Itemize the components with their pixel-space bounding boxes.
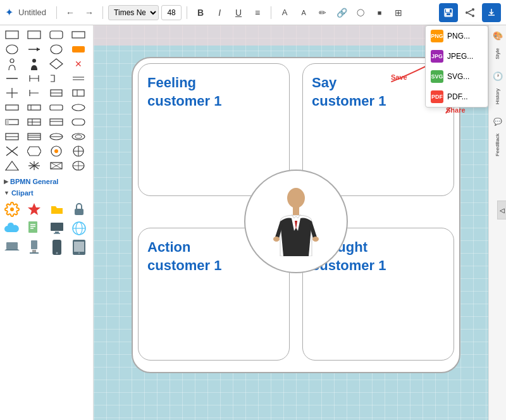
shape-x4[interactable] (69, 144, 88, 158)
shape-connector1[interactable] (25, 42, 44, 56)
export-pdf[interactable]: PDF PDF... (426, 87, 488, 107)
clipart-gear[interactable] (3, 201, 22, 218)
shape-x1[interactable] (3, 144, 22, 158)
shape-rect3[interactable] (47, 28, 66, 42)
export-svg[interactable]: SVG SVG... (426, 66, 488, 87)
shape-p3[interactable] (47, 159, 66, 173)
shape-r2[interactable] (25, 115, 44, 129)
shape-bracket[interactable] (25, 71, 44, 85)
shape-q2[interactable] (25, 130, 44, 144)
clipart-section[interactable]: ▼ Clipart (0, 187, 93, 198)
feedback-panel-btn[interactable]: 💬 (490, 113, 506, 130)
shape-cross2[interactable] (3, 86, 22, 100)
svg-rect-45 (28, 133, 40, 140)
shape-x3[interactable] (47, 144, 66, 158)
pencil-button[interactable]: ✏ (314, 4, 331, 21)
shape-s4[interactable] (69, 101, 88, 114)
style-label: Style (495, 48, 500, 59)
svg-point-51 (75, 135, 82, 139)
extra2-button[interactable]: ■ (371, 4, 388, 21)
shape-diamond[interactable] (47, 57, 66, 71)
shape-orange-rect[interactable] (69, 42, 88, 56)
italic-button[interactable]: I (211, 4, 228, 21)
svg-point-90 (78, 252, 80, 254)
shape-rect2[interactable] (25, 28, 44, 42)
link-button[interactable]: 🔗 (333, 4, 350, 21)
clipart-world[interactable] (70, 219, 89, 237)
clipart-monitor[interactable] (47, 219, 66, 237)
pdf-label: PDF... (447, 92, 468, 101)
bold-button[interactable]: B (192, 4, 209, 21)
shape-q3[interactable] (47, 130, 66, 144)
png-label: PNG... (447, 32, 470, 40)
shape-bracket5[interactable] (69, 86, 88, 100)
shape-p2[interactable] (25, 159, 44, 173)
svg-point-87 (56, 252, 58, 254)
save-button[interactable] (439, 3, 458, 22)
feeling-quadrant[interactable]: Feeling customer 1 (138, 63, 290, 196)
table-button[interactable]: ⊞ (390, 4, 407, 21)
clipart-folder[interactable] (47, 201, 66, 218)
shape-circle1[interactable] (3, 42, 22, 56)
shape-r3[interactable] (47, 115, 66, 129)
shape-line-h[interactable] (3, 71, 22, 85)
font-size-input[interactable] (161, 5, 182, 20)
export-png[interactable]: PNG PNG... (426, 26, 488, 46)
shape-person[interactable] (3, 57, 22, 71)
jpeg-icon: JPG (431, 50, 443, 63)
export-jpeg[interactable]: JPG JPEG... (426, 46, 488, 66)
shape-bracket2[interactable] (47, 71, 66, 85)
shape-s3[interactable] (47, 101, 66, 114)
shape-rect4[interactable] (69, 28, 88, 42)
shape-line-dbl[interactable] (69, 71, 88, 85)
export-button[interactable] (482, 3, 501, 22)
font-family-select[interactable]: Times Ne Arial Helvetica (108, 5, 159, 20)
shape-bracket3[interactable] (25, 86, 44, 100)
svg-rect-40 (50, 119, 63, 125)
svg-rect-85 (30, 252, 39, 254)
right-panel: 🎨 Style 🕐 History 💬 FeedBack (488, 25, 506, 420)
clipart-document[interactable] (25, 219, 44, 237)
shape-person2[interactable] (25, 57, 44, 71)
shape-q1[interactable] (3, 130, 22, 144)
shape-p4[interactable] (69, 159, 88, 173)
align-button[interactable]: ≡ (249, 4, 266, 21)
feedback-icon: 💬 (493, 118, 502, 125)
format-a2-button[interactable]: A (295, 4, 312, 21)
toolbar-sep-3 (187, 6, 187, 19)
shape-cross[interactable]: ✕ (69, 57, 88, 71)
clipart-star[interactable] (25, 201, 44, 218)
clipart-laptop[interactable] (3, 238, 22, 256)
toolbar: ✦ Untitled ← → Times Ne Arial Helvetica … (0, 0, 506, 25)
bpmn-section[interactable]: ▶ BPMN General (0, 175, 93, 187)
svg-point-91 (287, 188, 305, 208)
clipart-lock[interactable] (70, 201, 89, 218)
extra1-button[interactable]: ◯ (352, 4, 369, 21)
svg-point-93 (273, 237, 280, 242)
shape-r4[interactable] (69, 115, 88, 129)
shape-rect[interactable] (3, 28, 22, 42)
shape-x2[interactable] (25, 144, 44, 158)
bpmn-label: BPMN General (10, 178, 58, 185)
clipart-phone[interactable] (47, 238, 66, 256)
clipart-tablet[interactable] (70, 238, 89, 256)
svg-rect-1 (446, 9, 450, 12)
clipart-cloud[interactable] (3, 219, 22, 237)
main-layout: ✕ (0, 25, 506, 420)
style-panel-btn[interactable]: 🎨 (490, 28, 506, 44)
shape-s1[interactable] (3, 101, 22, 114)
shape-p1[interactable] (3, 159, 22, 173)
format-a1-button[interactable]: A (276, 4, 293, 21)
shape-r1[interactable] (3, 115, 22, 129)
person-figure (268, 187, 324, 256)
shape-q4[interactable] (69, 130, 88, 144)
history-panel-btn[interactable]: 🕐 (490, 68, 506, 85)
undo-button[interactable]: ← (62, 4, 78, 21)
shape-circle2[interactable] (47, 42, 66, 56)
shape-s2[interactable] (25, 101, 44, 114)
share-button[interactable] (460, 3, 479, 22)
redo-button[interactable]: → (81, 4, 97, 21)
clipart-pc[interactable] (25, 238, 44, 256)
shape-bracket4[interactable] (47, 86, 66, 100)
underline-button[interactable]: U (230, 4, 247, 21)
